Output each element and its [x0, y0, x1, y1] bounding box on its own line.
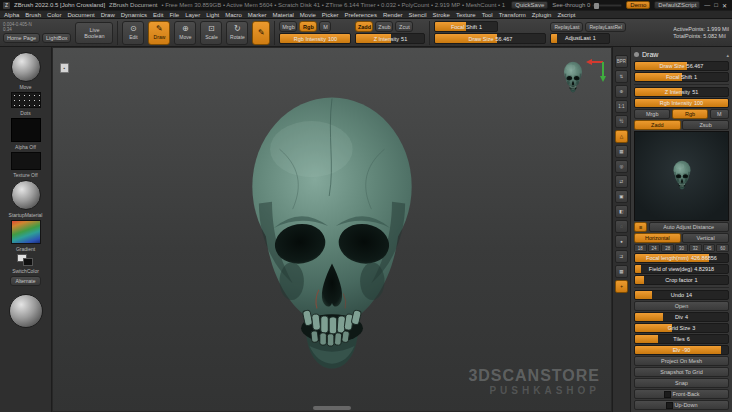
quicksave-button[interactable]: QuickSave — [511, 1, 548, 9]
color-picker[interactable] — [11, 220, 41, 244]
see-through-control[interactable]: See-through 0 — [552, 2, 622, 8]
menu-item[interactable]: Draw — [101, 12, 115, 18]
rotate-mode-button[interactable]: ↻ Rotate — [226, 21, 248, 45]
scale-mode-button[interactable]: ⊡ Scale — [200, 21, 222, 45]
front-back-button[interactable]: Front-Back — [634, 389, 729, 399]
skull-model[interactable] — [237, 91, 427, 391]
menu-item[interactable]: Texture — [456, 12, 476, 18]
menu-item[interactable]: Brush — [25, 12, 41, 18]
brush-quick-button[interactable]: ✎ — [252, 21, 270, 45]
canvas-horizontal-scrollbar[interactable] — [313, 406, 351, 410]
panel-m-button[interactable]: M — [710, 109, 729, 119]
panel-zsub-button[interactable]: Zsub — [682, 120, 729, 130]
shelf-icon-solo[interactable]: ● — [615, 235, 628, 248]
shelf-icon-bpr[interactable]: BPR — [615, 55, 628, 68]
elevation-slider[interactable]: Elv-90 — [634, 345, 729, 355]
document-canvas[interactable]: ▪ — [52, 47, 612, 412]
menu-item[interactable]: Dynamics — [121, 12, 147, 18]
focal-length-slider[interactable]: Focal length(mm)426.86856 — [634, 253, 729, 263]
panel-focal-shift-slider[interactable]: Focal Shift1 — [634, 72, 729, 82]
menu-item[interactable]: Alpha — [4, 12, 19, 18]
stored-view-button[interactable]: ≡ — [634, 222, 647, 232]
close-button[interactable]: ✕ — [722, 2, 727, 9]
panel-rgb-button[interactable]: Rgb — [672, 109, 708, 119]
menu-item[interactable]: Zscript — [557, 12, 575, 18]
m-button[interactable]: M — [319, 21, 331, 32]
menu-item[interactable]: Layer — [185, 12, 200, 18]
menu-item[interactable]: Transform — [499, 12, 526, 18]
menu-item[interactable]: Preferences — [345, 12, 377, 18]
mrgb-button[interactable]: Mrgb — [279, 21, 297, 32]
div-slider[interactable]: Div4 — [634, 312, 729, 322]
camera-preview[interactable] — [634, 131, 729, 221]
focal-preset[interactable]: 18 — [634, 244, 647, 252]
home-page-button[interactable]: Home Page — [3, 33, 40, 43]
menu-item[interactable]: File — [169, 12, 179, 18]
stroke-thumbnail[interactable] — [11, 92, 41, 108]
canvas-doc-icon[interactable]: ▪ — [60, 63, 69, 73]
panel-zadd-button[interactable]: Zadd — [634, 120, 681, 130]
demo-button[interactable]: Demo — [626, 1, 650, 9]
rgb-intensity-slider[interactable]: Rgb Intensity100 — [279, 33, 351, 44]
menu-item[interactable]: Edit — [153, 12, 163, 18]
shelf-icon-floor[interactable]: ▦ — [615, 145, 628, 158]
menu-item[interactable]: Picker — [322, 12, 339, 18]
z-intensity-slider[interactable]: Z Intensity51 — [355, 33, 425, 44]
open-button[interactable]: Open — [634, 301, 729, 311]
focal-preset[interactable]: 24 — [648, 244, 661, 252]
current-brush-thumbnail[interactable] — [11, 52, 41, 82]
draw-size-slider[interactable]: Draw Size56.467 — [434, 33, 546, 44]
maximize-button[interactable]: □ — [714, 2, 718, 9]
menu-item[interactable]: Render — [383, 12, 403, 18]
switch-color[interactable] — [17, 254, 35, 266]
menu-item[interactable]: Material — [273, 12, 294, 18]
vertical-button[interactable]: Vertical — [682, 233, 729, 243]
rgb-button[interactable]: Rgb — [299, 21, 317, 32]
shelf-icon-local-transform[interactable]: ◎ — [615, 160, 628, 173]
alpha-thumbnail[interactable] — [11, 118, 41, 142]
focal-preset[interactable]: 45 — [703, 244, 716, 252]
menu-item[interactable]: Marker — [248, 12, 267, 18]
snap-button[interactable]: Snap — [634, 378, 729, 388]
shelf-icon-gizmo[interactable]: + — [615, 280, 628, 293]
live-boolean-button[interactable]: Live Boolean — [75, 22, 113, 44]
menu-item[interactable]: Document — [67, 12, 94, 18]
focal-shift-slider[interactable]: Focal Shift1 — [434, 21, 498, 32]
lightbox-button[interactable]: LightBox — [42, 33, 71, 43]
menu-item[interactable]: Stroke — [433, 12, 450, 18]
shelf-icon-xpose[interactable]: ⇉ — [615, 250, 628, 263]
menu-item[interactable]: Zplugin — [532, 12, 552, 18]
menu-item[interactable]: Macro — [225, 12, 242, 18]
draw-mode-button[interactable]: ✎ Draw — [148, 21, 170, 45]
see-through-slider[interactable] — [592, 4, 622, 7]
crop-factor-slider[interactable]: Crop factor1 — [634, 275, 729, 285]
panel-draw-size-slider[interactable]: Draw Size56.467 — [634, 61, 729, 71]
focal-preset[interactable]: 32 — [689, 244, 702, 252]
move-mode-button[interactable]: ⊕ Move — [174, 21, 196, 45]
secondary-color-swatch[interactable] — [23, 258, 33, 266]
shelf-icon-lsym[interactable]: ⇄ — [615, 175, 628, 188]
shelf-icon-actual-size[interactable]: 1:1 — [615, 100, 628, 113]
edit-button[interactable]: ⊙ Edit — [122, 21, 144, 45]
panel-mrgb-button[interactable]: Mrgb — [634, 109, 670, 119]
up-down-button[interactable]: Up-Down — [634, 400, 729, 410]
focal-preset[interactable]: 60 — [716, 244, 729, 252]
alternate-button[interactable]: Alternate — [10, 276, 40, 286]
panel-rgb-intensity-slider[interactable]: Rgb Intensity100 — [634, 98, 729, 108]
see-through-handle[interactable] — [594, 3, 599, 9]
project-on-mesh-button[interactable]: Project On Mesh — [634, 356, 729, 366]
zsub-button[interactable]: Zsub — [375, 21, 393, 32]
grid-size-slider[interactable]: Grid Size3 — [634, 323, 729, 333]
zcut-button[interactable]: Zcut — [395, 21, 413, 32]
collapse-icon[interactable]: ▴ — [726, 52, 729, 58]
undo-slider[interactable]: Undo14 — [634, 290, 729, 300]
shelf-icon-persp[interactable]: △ — [615, 130, 628, 143]
default-zscript-button[interactable]: DefaultZScript — [654, 1, 700, 9]
draw-panel-header[interactable]: Draw ▴ — [634, 49, 729, 60]
tool-thumbnail[interactable] — [9, 294, 43, 328]
horizontal-button[interactable]: Horizontal — [634, 233, 681, 243]
shelf-icon-scroll-document[interactable]: ⇅ — [615, 70, 628, 83]
shelf-icon-frame[interactable]: ▣ — [615, 190, 628, 203]
adjust-last-slider[interactable]: AdjustLast1 — [550, 33, 610, 44]
snapshot-to-grid-button[interactable]: Snapshot To Grid — [634, 367, 729, 377]
